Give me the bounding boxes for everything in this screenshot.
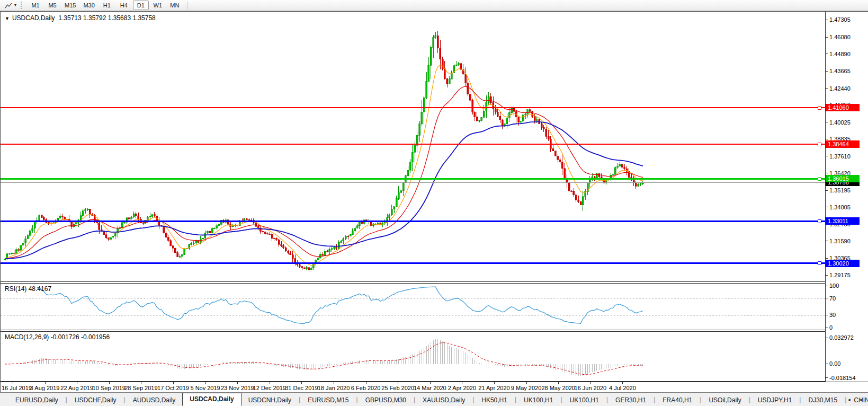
time-axis-tick [77, 382, 77, 384]
toolbar-separator [187, 2, 188, 10]
toolbar-grip [21, 2, 23, 9]
chart-tab-dj30-m15[interactable]: DJ30,M15 [801, 394, 844, 406]
chart-tab-uk100-h1[interactable]: UK100,H1 [563, 394, 606, 406]
time-axis-tick [366, 382, 366, 384]
chart-tab-usoil-daily[interactable]: USOil,Daily [702, 394, 748, 406]
moving-average-55 [5, 122, 643, 259]
scroll-left-icon[interactable]: ◄ [847, 398, 851, 402]
hline-handle[interactable] [818, 177, 821, 180]
time-axis[interactable]: 16 Jul 20193 Aug 201922 Aug 201910 Sep 2… [1, 382, 868, 393]
timeframe-button-h1[interactable]: H1 [99, 1, 115, 10]
date-label: 6 Feb 2020 [351, 385, 381, 391]
chart-tools-button[interactable]: ▾ [3, 1, 19, 10]
hline-price-badge: 1.30020 [826, 260, 860, 267]
symbol-title: USDCAD,Daily [12, 14, 55, 22]
chart-tab-fra40-h1[interactable]: FRA40,H1 [656, 394, 699, 406]
time-axis-tick [45, 382, 46, 384]
time-axis-tick [270, 382, 270, 384]
time-axis-tick [237, 382, 238, 384]
date-label: 10 Sep 2019 [93, 385, 126, 391]
hline-price-badge: 1.38464 [826, 140, 860, 148]
macd-canvas[interactable] [1, 332, 825, 382]
macd-signal-line [5, 343, 643, 375]
rsi-canvas[interactable] [1, 284, 825, 330]
macd-label: MACD(12,26,9) -0.001726 -0.001956 [5, 333, 110, 341]
chart-tab-bar: EURUSD,Daily|USDCHF,Daily|AUDUSD,DailyUS… [0, 392, 868, 406]
hline-price-badge: 1.41060 [826, 104, 860, 111]
chart-tab-eurusd-m15[interactable]: EURUSD,M15 [301, 394, 355, 406]
time-axis-tick [173, 382, 174, 384]
price-axis-label: 1.31590 [826, 237, 851, 245]
hline-price-badge: 1.33011 [826, 217, 860, 225]
time-axis-tick [590, 382, 591, 384]
hline-handle[interactable] [818, 143, 821, 146]
chart-tab-ger30-h1[interactable]: GER30,H1 [609, 394, 653, 406]
ohlc-values: 1.35713 1.35792 1.35683 1.35758 [58, 14, 156, 22]
chart-tab-uk100-h1[interactable]: UK100,H1 [517, 394, 560, 406]
macd-axis-label: -0.018154 [826, 374, 856, 382]
timeframe-button-m1[interactable]: M1 [28, 1, 43, 10]
time-axis-tick [13, 382, 13, 384]
price-axis-label: 1.34005 [826, 204, 851, 211]
timeframe-button-h4[interactable]: H4 [116, 1, 132, 10]
rsi-axis-label: 30 [826, 311, 836, 319]
moving-average-21 [5, 86, 643, 259]
line-chart-icon [5, 2, 13, 9]
rsi-axis-label: 0 [826, 324, 833, 331]
trading-terminal-window: ▾ M1M5M15M30H1H4D1W1MN ▼USDCAD,Daily 1.3… [0, 0, 868, 406]
date-label: 17 Oct 2019 [157, 385, 189, 391]
price-axis-label: 1.46080 [826, 33, 851, 41]
chart-tab-xauusd-daily[interactable]: XAUUSD,Daily [416, 394, 472, 406]
date-label: 28 May 2020 [541, 385, 575, 391]
time-axis-tick [205, 382, 206, 384]
chart-tab-gbpusd-m30[interactable]: GBPUSD,M30 [359, 394, 413, 406]
chart-tab-usdcad-daily[interactable]: USDCAD,Daily [182, 393, 241, 406]
timeframe-button-mn[interactable]: MN [167, 1, 183, 10]
rsi-indicator-pane[interactable]: RSI(14) 48.4167 [1, 283, 825, 330]
price-chart-pane[interactable]: ▼USDCAD,Daily 1.35713 1.35792 1.35683 1.… [1, 12, 825, 282]
macd-indicator-pane[interactable]: MACD(12,26,9) -0.001726 -0.001956 [1, 331, 825, 382]
hline-handle[interactable] [818, 262, 821, 265]
time-axis-tick [622, 382, 623, 384]
rsi-axis-label: 70 [826, 295, 836, 302]
price-chart-canvas[interactable] [1, 12, 825, 280]
date-label: 14 Mar 2020 [414, 385, 446, 391]
timeframe-button-m30[interactable]: M30 [80, 1, 97, 10]
timeframe-button-d1[interactable]: D1 [133, 1, 149, 10]
chart-tab-usdcnh-daily[interactable]: USDCNH,Daily [241, 394, 298, 406]
chart-tab-usdjpy-h1[interactable]: USDJPY,H1 [751, 394, 799, 406]
date-label: 12 Dec 2019 [253, 385, 286, 391]
hline-handle[interactable] [818, 106, 821, 109]
scroll-right-icon[interactable]: ► [860, 398, 864, 402]
rsi-axis-label: 100 [826, 282, 839, 289]
timeframe-button-m15[interactable]: M15 [61, 1, 79, 10]
candles-layer[interactable] [4, 31, 644, 271]
price-axis: 1.473051.460801.448901.436651.424401.412… [826, 12, 868, 382]
moving-averages-layer [5, 65, 643, 266]
date-label: 16 Jun 2020 [575, 385, 607, 391]
hline-price-badge: 1.36015 [826, 175, 860, 182]
time-axis-tick [141, 382, 141, 384]
chart-window: ▼USDCAD,Daily 1.35713 1.35792 1.35683 1.… [0, 11, 868, 392]
price-axis-label: 1.42440 [826, 85, 851, 92]
price-axis-label: 1.35195 [826, 187, 851, 194]
timeframe-buttons: M1M5M15M30H1H4D1W1MN [27, 1, 183, 10]
chart-tab-eurusd-daily[interactable]: EURUSD,Daily [8, 394, 65, 406]
date-label: 23 Nov 2019 [221, 385, 254, 391]
time-axis-tick [398, 382, 398, 384]
rsi-line [37, 287, 643, 323]
hline-handle[interactable] [818, 219, 821, 223]
date-label: 31 Dec 2019 [285, 385, 318, 391]
date-label: 2 Apr 2020 [448, 385, 476, 391]
price-axis-label: 1.29175 [826, 271, 851, 279]
chart-tab-audusd-daily[interactable]: AUDUSD,Daily [126, 394, 183, 406]
price-axis-label: 1.37610 [826, 153, 851, 160]
timeframe-button-w1[interactable]: W1 [150, 1, 166, 10]
chart-tab-hk50-h1[interactable]: HK50,H1 [475, 394, 514, 406]
timeframe-button-m5[interactable]: M5 [44, 1, 60, 10]
time-axis-tick [430, 382, 431, 384]
chart-tab-usdchf-daily[interactable]: USDCHF,Daily [68, 394, 123, 406]
price-axis-label: 1.47305 [826, 16, 851, 23]
time-axis-tick [334, 382, 334, 384]
chevron-down-icon: ▾ [14, 3, 16, 7]
